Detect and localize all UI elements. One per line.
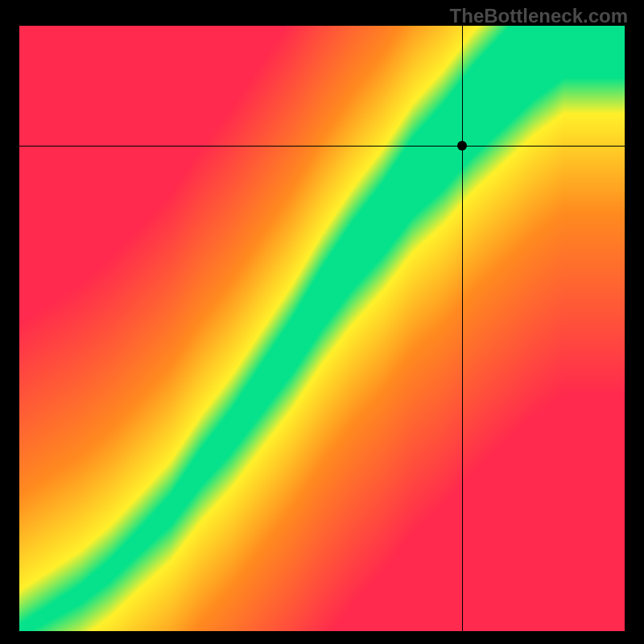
- crosshair-vertical: [462, 26, 463, 631]
- crosshair-horizontal: [19, 146, 625, 147]
- chart-frame: TheBottleneck.com: [0, 0, 644, 644]
- selected-point-marker: [457, 141, 467, 151]
- watermark-text: TheBottleneck.com: [450, 5, 628, 27]
- heatmap-canvas: [19, 26, 625, 631]
- plot-area: [19, 26, 625, 631]
